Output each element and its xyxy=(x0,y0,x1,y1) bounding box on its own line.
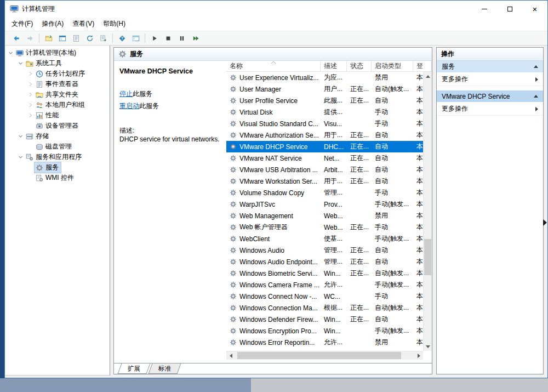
tree-item-7[interactable]: 设备管理器 xyxy=(5,121,110,131)
tree-item-11[interactable]: 服务 xyxy=(5,162,110,173)
tree-item-9[interactable]: 磁盘管理 xyxy=(5,141,110,152)
service-row-4[interactable]: Visual Studio Standard C...Visu...手动本 xyxy=(226,118,423,129)
service-row-23[interactable]: Windows Error Reportin...允许...禁用本 xyxy=(226,337,423,348)
chevron-right-icon[interactable] xyxy=(26,111,35,120)
more-actions-item-1[interactable]: 更多操作 xyxy=(437,103,543,116)
column-header-0[interactable]: 名称 xyxy=(226,61,321,71)
service-action-link[interactable]: 重启动 xyxy=(119,102,139,110)
service-row-10[interactable]: Volume Shadow Copy管理...手动本 xyxy=(226,187,423,198)
column-header-4[interactable]: 登 xyxy=(413,61,432,71)
tree-label: 计算机管理(本地) xyxy=(26,48,76,58)
more-actions-item-0[interactable]: 更多操作 xyxy=(437,73,543,86)
menu-item-1[interactable]: 操作(A) xyxy=(37,18,68,30)
tree-item-2[interactable]: 任务计划程序 xyxy=(5,69,110,79)
service-row-2[interactable]: User Profile Service此服...正在...自动本 xyxy=(226,95,423,106)
back-button[interactable] xyxy=(9,32,23,44)
service-row-13[interactable]: Web 帐户管理器Web...正在...手动本 xyxy=(226,221,423,233)
gear-icon xyxy=(230,97,237,104)
tree-item-8[interactable]: 存储 xyxy=(5,131,110,141)
console-window-button[interactable] xyxy=(55,32,69,44)
service-row-1[interactable]: User Manager用户...正在...自动(触发...本 xyxy=(226,83,423,95)
export-button[interactable] xyxy=(42,32,55,44)
close-button[interactable]: × xyxy=(522,1,547,17)
collapse-section-icon[interactable] xyxy=(534,95,538,98)
service-row-0[interactable]: User Experience Virtualiz...为应...禁用本 xyxy=(226,72,423,83)
service-row-8[interactable]: VMware USB Arbitration ...Arbit...正在...自… xyxy=(226,164,423,175)
view-tab-1[interactable]: 标准 xyxy=(149,363,181,374)
service-startup-cell: 自动 xyxy=(372,95,413,106)
refresh-button[interactable] xyxy=(83,32,96,44)
service-row-11[interactable]: WarpJITSvcProv...手动(触发...本 xyxy=(226,198,423,210)
chevron-right-icon[interactable] xyxy=(26,101,35,110)
service-row-7[interactable]: VMware NAT ServiceNet...正在...自动本 xyxy=(226,152,423,164)
service-row-20[interactable]: Windows Connection Ma...根据...正在...自动(触发.… xyxy=(226,302,423,314)
chevron-down-icon[interactable] xyxy=(16,59,25,68)
service-status-cell: 正在... xyxy=(347,129,372,141)
tree-item-12[interactable]: WMI 控件 xyxy=(5,173,110,183)
forward-button[interactable] xyxy=(23,32,37,44)
minimize-button[interactable] xyxy=(472,1,497,17)
export-list-icon xyxy=(100,35,107,42)
chevron-down-icon[interactable] xyxy=(6,49,15,58)
column-header-3[interactable]: 启动类型 xyxy=(372,61,413,71)
properties-button[interactable] xyxy=(69,32,83,44)
scroll-left-button[interactable] xyxy=(226,351,235,360)
tree-item-4[interactable]: 共享文件夹 xyxy=(5,89,110,100)
service-row-5[interactable]: VMware Authorization Se...用于...正在...自动本 xyxy=(226,129,423,141)
service-row-17[interactable]: Windows Biometric Servi...Win...正在...自动(… xyxy=(226,268,423,279)
service-row-15[interactable]: Windows Audio管理...正在...自动本 xyxy=(226,245,423,256)
vertical-scroll-thumb[interactable] xyxy=(424,239,431,275)
view-tab-0[interactable]: 扩展 xyxy=(118,363,151,374)
tree-item-1[interactable]: 系统工具 xyxy=(5,58,110,69)
service-row-14[interactable]: WebClient使基...手动(触发...本 xyxy=(226,233,423,245)
titlebar[interactable]: 计算机管理 × xyxy=(5,1,547,17)
service-row-12[interactable]: Web ManagementWeb...禁用本 xyxy=(226,210,423,221)
horizontal-scrollbar[interactable] xyxy=(226,351,423,360)
service-row-6[interactable]: VMware DHCP ServiceDHC...正在...自动本 xyxy=(226,141,423,152)
action-section-header-0[interactable]: 服务 xyxy=(437,61,543,73)
service-name: Windows Defender Firew... xyxy=(239,316,318,323)
restart-service-button[interactable] xyxy=(189,32,202,44)
service-action-link[interactable]: 停止 xyxy=(119,90,133,98)
column-header-2[interactable]: 状态 xyxy=(347,61,372,71)
chevron-right-icon[interactable] xyxy=(26,70,35,78)
service-name: Virtual Disk xyxy=(239,109,272,116)
service-description-cell: Web... xyxy=(321,221,347,233)
menu-item-2[interactable]: 查看(V) xyxy=(68,18,99,30)
service-row-16[interactable]: Windows Audio Endpoint...管理...正在...自动本 xyxy=(226,256,423,268)
service-row-18[interactable]: Windows Camera Frame ...允许...手动(触发...本 xyxy=(226,279,423,291)
menu-item-3[interactable]: 帮助(H) xyxy=(99,18,130,30)
show-console-tree-button[interactable] xyxy=(129,32,142,44)
tree-item-0[interactable]: 计算机管理(本地) xyxy=(5,48,110,58)
scroll-up-button[interactable] xyxy=(424,72,432,81)
service-row-22[interactable]: Windows Encryption Pro...Win...手动(触发...本 xyxy=(226,325,423,337)
chevron-down-icon[interactable] xyxy=(16,132,25,141)
service-row-3[interactable]: Virtual Disk提供...手动本 xyxy=(226,106,423,118)
maximize-button[interactable] xyxy=(497,1,522,17)
tree-item-10[interactable]: 服务和应用程序 xyxy=(5,152,110,162)
expand-arrow-icon[interactable] xyxy=(543,219,547,226)
chevron-down-icon[interactable] xyxy=(16,153,25,162)
service-row-19[interactable]: Windows Connect Now -...WC...手动本 xyxy=(226,291,423,302)
system-tools-icon xyxy=(26,60,33,67)
chevron-right-icon[interactable] xyxy=(26,90,35,99)
start-service-button[interactable] xyxy=(147,32,161,44)
vertical-scrollbar[interactable] xyxy=(423,72,432,351)
collapse-section-icon[interactable] xyxy=(534,65,538,68)
help-button[interactable]: ? xyxy=(115,32,129,44)
pause-service-button[interactable] xyxy=(175,32,189,44)
horizontal-scroll-thumb[interactable] xyxy=(237,352,401,359)
tree-item-3[interactable]: 事件查看器 xyxy=(5,79,110,89)
tree-item-5[interactable]: 本地用户和组 xyxy=(5,100,110,110)
action-section-header-1[interactable]: VMware DHCP Service xyxy=(437,90,543,103)
chevron-right-icon[interactable] xyxy=(26,80,35,89)
scroll-down-button[interactable] xyxy=(424,342,432,351)
service-row-21[interactable]: Windows Defender Firew...Win...正在...自动本 xyxy=(226,314,423,325)
export-list-button[interactable] xyxy=(96,32,110,44)
stop-service-button[interactable] xyxy=(161,32,175,44)
menu-item-0[interactable]: 文件(F) xyxy=(7,18,37,30)
column-header-1[interactable]: 描述 xyxy=(321,61,347,71)
tree-item-6[interactable]: 性能 xyxy=(5,110,110,121)
scroll-right-button[interactable] xyxy=(414,351,423,360)
service-row-9[interactable]: VMware Workstation Ser...用于...正在...自动本 xyxy=(226,175,423,187)
